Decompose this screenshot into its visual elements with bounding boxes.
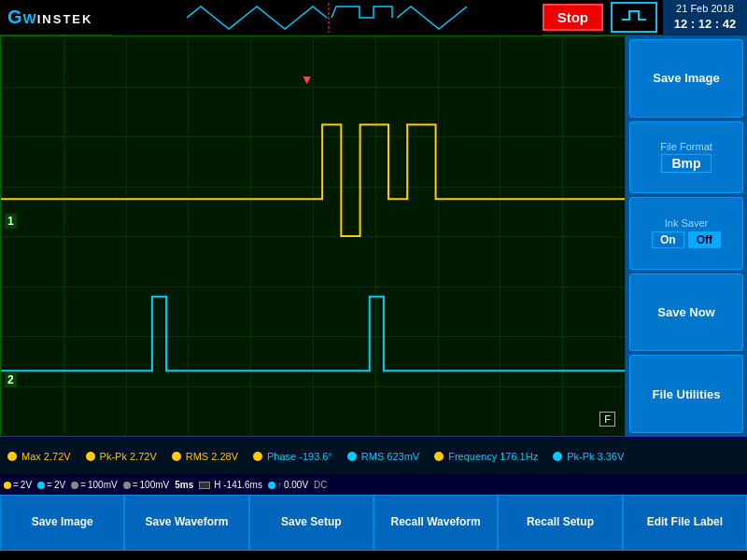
save-now-button[interactable]: Save Now [629, 273, 743, 352]
scope-waveform-svg [1, 36, 625, 436]
ch1-dot4 [253, 452, 262, 461]
ch2-scale-item: = 2V [37, 480, 65, 490]
func-recall-waveform-button[interactable]: Recall Waveform [374, 495, 498, 551]
logo-g-letter: G [7, 7, 23, 27]
h-icon [199, 482, 210, 489]
ch2-rms: RMS 623mV [347, 451, 419, 462]
logo-instek: INSTEK [37, 12, 93, 26]
trigger-icon [611, 2, 657, 33]
ch2-label: 2 [5, 372, 17, 387]
ink-saver-label: Ink Saver [665, 217, 708, 229]
ch3-scale-value: 100mV [88, 480, 118, 490]
file-format-label: File Format [660, 141, 712, 152]
save-image-button[interactable]: Save Image [629, 39, 743, 118]
logo-w-letter: W [23, 10, 37, 26]
right-panel: Save Image File Format Bmp Ink Saver On … [626, 35, 747, 437]
ch1-max: Max 2.72V [7, 451, 71, 462]
ch2-dot2 [553, 452, 562, 461]
ch1-dot3 [172, 452, 181, 461]
ink-off-option[interactable]: Off [688, 231, 721, 248]
ink-saver-control[interactable]: Ink Saver On Off [629, 197, 743, 270]
ch1-scale-value: 2V [21, 480, 32, 490]
func-save-setup-button[interactable]: Save Setup [249, 495, 374, 551]
ch1-pkpk: Pk-Pk 2.72V [86, 451, 157, 462]
ch2-dot [347, 452, 357, 461]
ink-on-option[interactable]: On [652, 231, 684, 248]
time-text: 12 : 12 : 42 [674, 16, 737, 33]
main-area: ▼ 1 2 F Save Image File Format Bmp Ink S… [0, 35, 747, 437]
ch1-scale-label: = [13, 480, 19, 490]
ch3-dot [71, 482, 78, 489]
ch2-phase: Phase -193.6° [253, 451, 332, 462]
func-edit-file-label-button[interactable]: Edit File Label [623, 495, 747, 551]
ch4-scale-label: = [133, 480, 138, 490]
ch4-scale-item: = 100mV [123, 480, 170, 490]
scope-screen: ▼ 1 2 F [0, 35, 626, 437]
func-save-waveform-button[interactable]: Save Waveform [124, 495, 248, 551]
ch1-scale-item: = 2V [4, 480, 32, 490]
ch4-scale-value: 100mV [140, 480, 170, 490]
trig-ch-dot [268, 482, 275, 489]
ch3-scale-label: = [80, 480, 86, 490]
ch4-dot [123, 482, 131, 489]
ch2-scale-value: 2V [54, 480, 65, 490]
trig-item: ↑ 0.00V [268, 480, 308, 490]
waveform-preview [112, 0, 543, 35]
header: GWINSTEK Stop 21 Feb 2018 12 : 12 : 42 [0, 0, 747, 35]
trig-level: 0.00V [284, 480, 308, 490]
scale-bar: = 2V = 2V = 100mV = 100mV 5ms H -141.6ms… [0, 474, 747, 495]
func-save-image-button[interactable]: Save Image [0, 495, 124, 551]
ch1-rms: RMS 2.28V [172, 451, 238, 462]
ch1-dot2 [86, 452, 95, 461]
ch2-scale-label: = [47, 480, 52, 490]
func-recall-setup-button[interactable]: Recall Setup [498, 495, 622, 551]
coupling-value: DC [314, 480, 327, 490]
h-pos-value: H -141.6ms [214, 480, 262, 490]
coupling-item: DC [314, 480, 327, 490]
ch1-scale-dot [4, 482, 11, 489]
ch1-dot5 [434, 452, 444, 461]
date-text: 21 Feb 2018 [674, 2, 737, 16]
f-marker: F [599, 412, 615, 427]
datetime-display: 21 Feb 2018 12 : 12 : 42 [663, 0, 747, 35]
file-utilities-button[interactable]: File Utilities [629, 355, 743, 433]
trig-arrow-icon: ↑ [277, 480, 282, 490]
measurements-bar: Max 2.72V Pk-Pk 2.72V RMS 2.28V Phase -1… [0, 437, 747, 474]
func-bar: Save Image Save Waveform Save Setup Reca… [0, 495, 747, 551]
ch1-dot [7, 452, 17, 461]
h-pos-item: H -141.6ms [199, 480, 262, 490]
ch2-pkpk: Pk-Pk 3.36V [553, 451, 624, 462]
file-format-value: Bmp [661, 154, 711, 173]
stop-button[interactable]: Stop [543, 4, 603, 31]
ch3-scale-item: = 100mV [71, 480, 118, 490]
ch1-label: 1 [5, 214, 17, 229]
ink-saver-toggle[interactable]: On Off [652, 231, 721, 248]
logo-text: GWINSTEK [7, 7, 92, 28]
file-format-selector[interactable]: File Format Bmp [629, 121, 743, 194]
timebase-item: 5ms [175, 480, 193, 490]
ch1-freq: Frequency 176.1Hz [434, 451, 538, 462]
header-waveform-svg [187, 3, 467, 33]
logo-area: GWINSTEK [0, 3, 112, 32]
timebase-value: 5ms [175, 480, 193, 490]
ch2-scale-dot [37, 482, 45, 489]
